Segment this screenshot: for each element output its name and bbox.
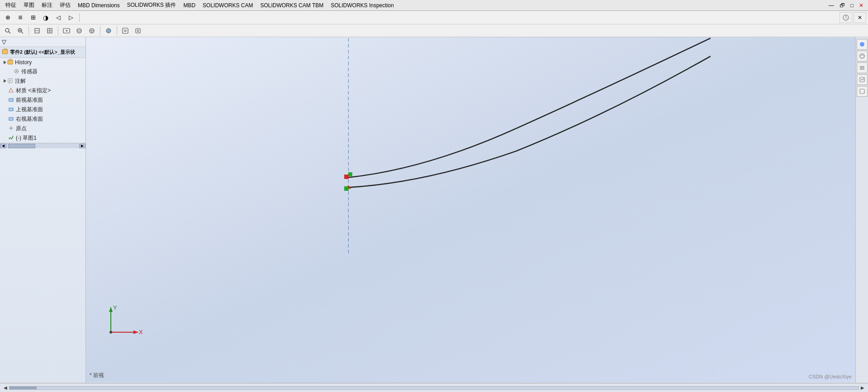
svg-point-48 [109, 331, 112, 334]
tree-item-front-plane[interactable]: 前视基准面 [0, 95, 85, 105]
svg-rect-23 [2, 50, 8, 54]
svg-rect-24 [8, 60, 13, 64]
toolbar-btn-3[interactable]: ⊞ [27, 12, 39, 23]
watermark: CSDN @UestcXiye [809, 374, 852, 379]
svg-line-4 [21, 32, 23, 33]
tree-item-history[interactable]: History [0, 58, 85, 67]
status-scroll-left[interactable]: ◀ [4, 385, 7, 390]
svg-text:Y: Y [113, 304, 117, 311]
right-plane-icon [8, 116, 14, 123]
tree-item-origin[interactable]: 原点 [0, 124, 85, 133]
status-bar: ◀ ▶ [0, 383, 868, 392]
tree-item-top-plane[interactable]: 上视基准面 [0, 105, 85, 114]
view-btn-4[interactable] [44, 25, 56, 36]
material-icon [8, 87, 14, 94]
scrollbar-thumb[interactable] [8, 144, 35, 148]
svg-line-2 [9, 32, 10, 33]
notes-icon [7, 78, 13, 85]
view-btn-8[interactable] [103, 25, 114, 36]
right-panel-btn-1[interactable] [857, 39, 868, 50]
status-scroll-right[interactable]: ▶ [861, 385, 864, 390]
tree-item-right-plane[interactable]: 右视基准面 [0, 114, 85, 124]
view-toolbar [0, 24, 868, 37]
svg-rect-55 [860, 89, 864, 94]
tree-label-sensors: 传感器 [21, 68, 38, 76]
front-plane-icon [8, 97, 14, 104]
sketch-canvas: Y X [86, 37, 855, 383]
toolbar-sep-1 [79, 13, 80, 22]
tree-label-sketch1: (-) 草图1 [16, 134, 37, 142]
top-right-icon-2[interactable]: ✕ [854, 12, 866, 23]
svg-rect-41 [344, 186, 348, 190]
right-panel-btn-4[interactable] [857, 74, 868, 85]
scrollbar-right-arrow[interactable]: ▶ [79, 144, 85, 148]
part-title: 零件2 (默认) <<默认>_显示状 [0, 47, 85, 58]
toolbar-btn-next[interactable]: ▷ [65, 12, 77, 23]
svg-rect-32 [9, 108, 13, 111]
top-right-icon-1[interactable] [840, 12, 852, 23]
tree-label-material: 材质 <未指定> [16, 87, 51, 94]
svg-rect-39 [348, 172, 352, 176]
menu-item-sketch[interactable]: 草图 [20, 0, 38, 10]
svg-point-49 [860, 42, 864, 47]
viewport[interactable]: Y X * 前视 CSDN @UestcXiye [86, 37, 855, 383]
tree-item-sketch1[interactable]: (-) 草图1 [0, 133, 85, 143]
expand-notes [4, 79, 6, 84]
scrollbar-left-arrow[interactable]: ◀ [0, 144, 6, 148]
tree-item-material[interactable]: 材质 <未指定> [0, 86, 85, 95]
svg-point-16 [106, 28, 111, 33]
window-maximize-btn[interactable]: □ [848, 1, 856, 9]
view-btn-7[interactable] [86, 25, 98, 36]
right-panel-btn-5[interactable] [857, 86, 868, 97]
part-icon [2, 48, 8, 56]
svg-point-1 [5, 28, 9, 32]
toolbar-btn-4[interactable]: ◑ [40, 12, 52, 23]
menu-item-sw-inspection[interactable]: SOLIDWORKS Inspection [327, 1, 397, 9]
svg-rect-31 [9, 99, 13, 101]
view-sep-4 [117, 26, 117, 35]
toolbar-btn-2[interactable]: ≡ [14, 12, 26, 23]
view-btn-9[interactable] [119, 25, 131, 36]
view-btn-5[interactable] [61, 25, 72, 36]
tree-label-history: History [15, 59, 32, 66]
menu-item-sw-cam[interactable]: SOLIDWORKS CAM [199, 1, 256, 9]
menu-item-dimension[interactable]: 标注 [38, 0, 56, 10]
tree-item-notes[interactable]: 注解 [0, 76, 85, 86]
view-label: * 前视 [90, 372, 104, 379]
sidebar: ▽ 零件2 (默认) <<默认>_显示状 History 传感器 [0, 37, 86, 383]
menu-item-mbd[interactable]: MBD [180, 1, 199, 9]
view-sep-1 [28, 26, 29, 35]
window-restore-btn[interactable]: 🗗 [837, 1, 848, 9]
menu-item-evaluate[interactable]: 评估 [56, 0, 74, 10]
view-btn-10[interactable] [132, 25, 144, 36]
svg-rect-33 [9, 118, 13, 120]
toolbar-btn-prev[interactable]: ◁ [52, 12, 64, 23]
svg-text:X: X [139, 329, 143, 335]
window-close-btn[interactable]: ✕ [856, 1, 866, 9]
svg-point-18 [124, 29, 127, 32]
menu-item-mbd-dim[interactable]: MBD Dimensions [74, 1, 123, 9]
view-sep-2 [58, 26, 58, 35]
svg-marker-13 [66, 30, 68, 32]
menu-item-sw-plugin[interactable]: SOLIDWORKS 插件 [123, 0, 180, 10]
toolbar-btn-1[interactable]: ⊕ [2, 12, 14, 23]
window-minimize-btn[interactable]: — [826, 1, 837, 9]
right-panel-btn-3[interactable] [857, 62, 868, 73]
sketch1-icon [8, 135, 14, 142]
menu-item-sw-cam-tbm[interactable]: SOLIDWORKS CAM TBM [256, 1, 327, 9]
sidebar-scrollbar: ◀ ▶ [0, 143, 85, 148]
tree-item-sensors[interactable]: 传感器 [0, 67, 85, 76]
view-btn-search[interactable] [2, 25, 14, 36]
view-btn-3[interactable] [31, 25, 43, 36]
tree-label-origin: 原点 [16, 125, 27, 132]
tree-label-front-plane: 前视基准面 [16, 96, 43, 104]
origin-icon [8, 125, 14, 132]
svg-rect-38 [344, 175, 348, 179]
view-btn-6[interactable] [73, 25, 85, 36]
menu-item-feature[interactable]: 特征 [2, 0, 20, 10]
part-title-text: 零件2 (默认) <<默认>_显示状 [10, 49, 75, 56]
filter-icon[interactable]: ▽ [2, 38, 6, 45]
top-plane-icon [8, 106, 14, 113]
right-panel-btn-2[interactable] [857, 51, 868, 61]
view-btn-zoom[interactable] [14, 25, 26, 36]
